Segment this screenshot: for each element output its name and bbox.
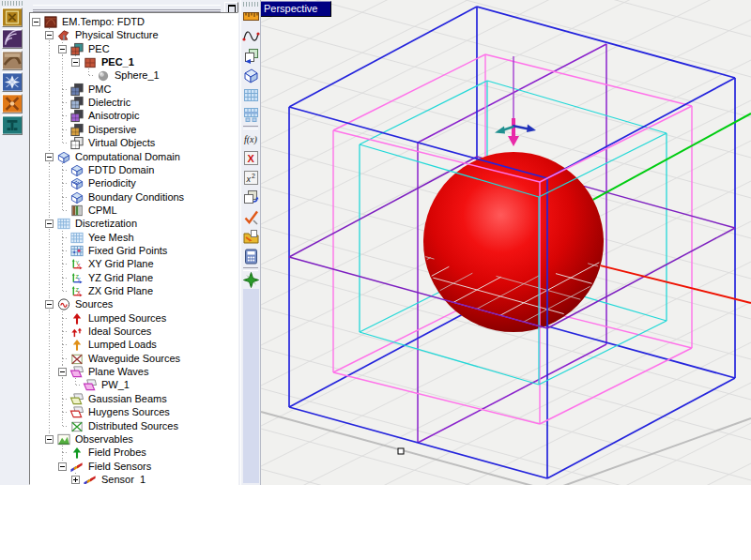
tree-expand-minus[interactable]	[58, 462, 67, 471]
tree-guide	[63, 129, 69, 130]
tree-item-distributed-sources[interactable]: Distributed Sources	[30, 419, 238, 433]
tree-item-field-probes[interactable]: Field Probes	[30, 446, 238, 460]
tree-item-gaussian-beams[interactable]: Gaussian Beams	[30, 392, 238, 406]
tree-item-fixed-grid-points[interactable]: Fixed Grid Points	[30, 244, 238, 258]
tree-item-lumped-loads[interactable]: Lumped Loads	[30, 338, 238, 352]
tree-item-sensor-1[interactable]: Sensor_1	[30, 473, 238, 485]
tree-item-dispersive[interactable]: Dispersive	[30, 123, 238, 137]
tree-expand-minus[interactable]	[32, 18, 40, 26]
import-folder[interactable]	[242, 228, 260, 246]
module-terrano[interactable]	[2, 29, 23, 49]
tree-item-sphere-1[interactable]: Sphere_1	[30, 68, 238, 83]
module-cube-icon	[3, 116, 22, 134]
tree-item-observables[interactable]: Observables	[30, 432, 238, 446]
module-libera[interactable]	[2, 72, 23, 92]
module-illumina[interactable]	[2, 94, 23, 114]
tree-guide	[63, 452, 69, 453]
tree-item-label: ZX Grid Plane	[85, 284, 155, 296]
ruler-tool[interactable]	[242, 8, 260, 25]
tree-item-boundary-conditions[interactable]: Boundary Conditions	[30, 190, 238, 204]
group-pec-icon	[83, 55, 98, 69]
viewport-title[interactable]: Perspective	[260, 1, 331, 17]
tree-item-zx-grid-plane[interactable]: ZXZX Grid Plane	[30, 284, 238, 298]
tree-item-label: Physical Structure	[72, 28, 161, 40]
tree-item-label: Plane Waves	[85, 365, 150, 377]
tree-item-label: Lumped Loads	[85, 338, 159, 350]
tree-item-field-sensors[interactable]: Field Sensors	[30, 460, 238, 474]
tree-item-xy-grid-plane[interactable]: YXXY Grid Plane	[30, 257, 238, 271]
mat-pec-icon	[69, 42, 84, 56]
cpml-icon	[69, 204, 84, 218]
svg-text:Y: Y	[77, 276, 81, 281]
calculator[interactable]	[242, 248, 260, 265]
tree-item-yee-mesh[interactable]: Yee Mesh	[30, 231, 238, 245]
tree-expand-minus[interactable]	[58, 45, 67, 53]
tree-item-discretization[interactable]: Discretization	[30, 217, 238, 231]
tree-guide	[49, 378, 50, 392]
tree-expand-minus[interactable]	[71, 58, 80, 67]
tree-guide	[62, 378, 63, 392]
tree-guide	[49, 83, 50, 97]
tree-item-label: Fixed Grid Points	[85, 244, 169, 256]
module-picasso[interactable]	[2, 8, 23, 27]
tree-item-sources[interactable]: Sources	[30, 297, 238, 311]
tree-item-cpml[interactable]: CPML	[30, 204, 238, 218]
tree-guide	[49, 96, 50, 110]
domain-box[interactable]	[242, 67, 260, 84]
run-simulation[interactable]	[242, 271, 260, 289]
module-cube[interactable]	[2, 115, 23, 135]
tree-item-dielectric[interactable]: Dielectric	[30, 96, 238, 110]
tree-guide	[63, 344, 69, 345]
toolbar-grip[interactable]	[2, 1, 24, 6]
functions[interactable]: f(x)	[242, 129, 260, 147]
palette-grip[interactable]	[243, 2, 258, 7]
tree-item-lumped-sources[interactable]: Lumped Sources	[30, 311, 238, 325]
module-ferma[interactable]	[2, 51, 23, 70]
project-tree[interactable]: EM.Tempo: FDTDPhysical StructurePECPEC_1…	[29, 12, 238, 485]
tree-item-label: Dielectric	[85, 96, 132, 108]
tree-expand-minus[interactable]	[45, 153, 54, 161]
tree-item-physical-structure[interactable]: Physical Structure	[30, 28, 238, 42]
mat-virtual-icon	[69, 136, 84, 150]
tree-item-plane-waves[interactable]: Plane Waves	[30, 365, 238, 379]
tree-item-em-tempo-fdtd[interactable]: EM.Tempo: FDTD	[30, 15, 238, 29]
tree-item-yz-grid-plane[interactable]: ZYYZ Grid Plane	[30, 271, 238, 285]
tree-item-label: Periodicity	[85, 176, 138, 189]
transfer-objects[interactable]	[242, 189, 260, 206]
tree-item-pw-1[interactable]: PW_1	[30, 378, 238, 392]
tree-item-virtual-objects[interactable]: Virtual Objects	[30, 136, 238, 150]
tree-item-anisotropic[interactable]: Anisotropic	[30, 109, 238, 123]
tree-item-pec-1[interactable]: PEC_1	[30, 55, 238, 69]
tree-expand-minus[interactable]	[45, 219, 54, 228]
superscript-math[interactable]: x2	[242, 169, 260, 187]
tree-guide	[49, 231, 50, 245]
tree-item-computational-domain[interactable]: Computational Domain	[30, 150, 238, 164]
plane-pink-icon	[83, 378, 98, 392]
tree-guide	[49, 311, 50, 325]
tree-item-pec[interactable]: PEC	[30, 42, 238, 56]
tree-guide	[63, 412, 69, 413]
mesh-settings[interactable]	[242, 106, 260, 124]
tree-item-label: YZ Grid Plane	[85, 271, 155, 283]
curve-tool[interactable]	[242, 27, 260, 45]
tree-expand-minus[interactable]	[45, 31, 54, 39]
tree-item-waveguide-sources[interactable]: Waveguide Sources	[30, 352, 238, 366]
tree-guide	[62, 55, 63, 69]
tree-item-periodicity[interactable]: Periodicity	[30, 176, 238, 190]
tree-item-ideal-sources[interactable]: Ideal Sources	[30, 325, 238, 339]
module-toolbar	[0, 0, 27, 485]
tree-expand-minus[interactable]	[45, 435, 54, 444]
tree-item-fdtd-domain[interactable]: FDTD Domain	[30, 163, 238, 177]
tree-item-pmc[interactable]: PMC	[30, 83, 238, 97]
tree-expand-minus[interactable]	[45, 300, 54, 309]
tree-item-huygens-sources[interactable]: Huygens Sources	[30, 405, 238, 419]
tree-item-label: Yee Mesh	[85, 231, 136, 243]
variables[interactable]: X	[242, 149, 260, 167]
tree-guide	[63, 115, 69, 116]
paste-objects[interactable]	[242, 47, 260, 65]
tree-expand-plus[interactable]	[71, 476, 80, 484]
tree-item-label: Anisotropic	[85, 109, 141, 121]
validate[interactable]	[242, 208, 260, 226]
show-mesh[interactable]	[242, 86, 260, 104]
tree-expand-minus[interactable]	[58, 368, 67, 376]
